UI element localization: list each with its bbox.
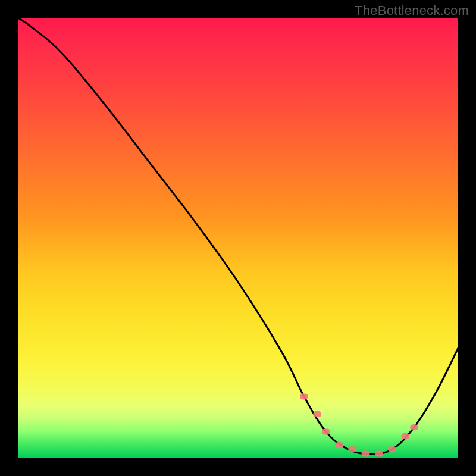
optimal-marker [375,451,383,457]
chart-svg [18,18,458,458]
optimal-marker [322,429,330,435]
optimal-range-markers [300,393,418,456]
optimal-marker [362,451,370,457]
optimal-marker [401,433,409,439]
bottleneck-curve-line [18,18,458,454]
optimal-marker [348,446,356,452]
optimal-marker [300,393,308,399]
optimal-marker [335,442,343,448]
plot-area [18,18,458,458]
chart-frame: TheBottleneck.com [0,0,476,476]
watermark-label: TheBottleneck.com [355,3,469,18]
optimal-marker [388,446,396,452]
optimal-marker [313,411,321,417]
optimal-marker [410,424,418,430]
curve-path [18,18,458,454]
